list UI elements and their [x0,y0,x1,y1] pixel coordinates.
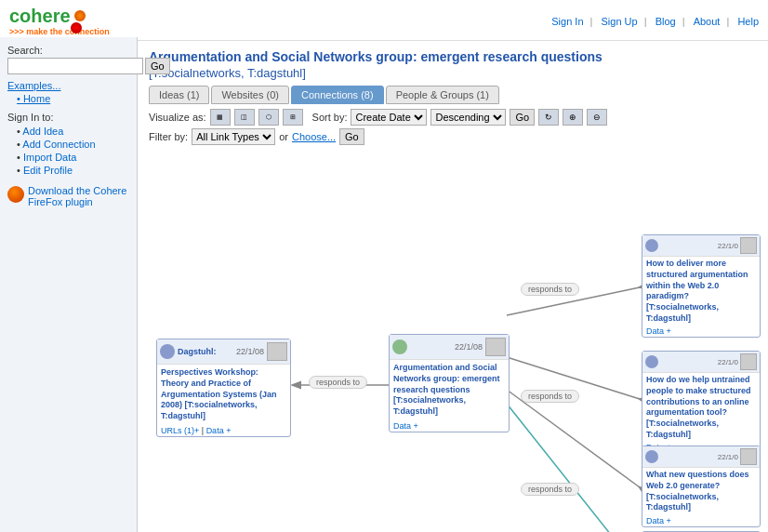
vis-btn-3[interactable]: ⬡ [258,109,279,126]
sort-go-button[interactable]: Go [510,109,535,126]
svg-line-4 [507,404,640,532]
card-right1-data[interactable]: Data + [646,326,671,336]
conn-label-responds-left: responds to [309,376,367,389]
or-label: or [279,131,288,142]
visualize-label: Visualize as: [149,112,206,123]
card-right2-avatar [645,355,658,368]
card-left-thumb [267,342,287,361]
nav-blog[interactable]: Blog [655,16,676,27]
card-right2-title: How do we help untrained people to make … [646,375,756,440]
add-idea-link[interactable]: Add Idea [17,126,129,137]
filter-label: Filter by: [149,131,188,142]
card-center-date: 22/1/08 [455,342,483,352]
page-subtitle: [T:socialnetworks, T:dagstuhl] [149,66,759,80]
vis-btn-1[interactable]: ▦ [210,109,231,126]
filter-select[interactable]: All Link Types [192,128,275,145]
tab-connections[interactable]: Connections (8) [291,86,384,104]
card-left-avatar [160,344,175,359]
tab-websites[interactable]: Websites (0) [211,86,289,104]
card-right2: 22/1/0 How do we help untrained people t… [642,351,761,454]
tab-people[interactable]: People & Groups (1) [386,86,499,104]
card-right3-date: 22/1/0 [718,453,738,461]
import-data-link[interactable]: Import Data [17,152,129,163]
card-center-data[interactable]: Data + [393,421,418,431]
logo-area: cohere >>> make the connection [9,6,110,36]
card-left-urls[interactable]: URLs (1)+ [161,426,199,435]
nav-help[interactable]: Help [737,16,759,27]
card-right1: 22/1/0 How to deliver more structured ar… [642,234,761,338]
tagline: >>> make the connection [9,27,110,36]
card-left-date: 22/1/08 [236,347,264,356]
filter-row: Filter by: All Link Types or Choose... G… [149,128,759,145]
page-title: Argumentation and Social Networks group:… [149,48,759,65]
logo-text: cohere [9,6,71,27]
conn-label-responds-right2: responds to [521,390,579,403]
sort-select[interactable]: Create Date [351,109,427,126]
card-left-data[interactable]: Data + [206,426,232,435]
card-center-thumb [485,338,506,356]
card-right1-title: How to deliver more structured argumenta… [646,259,756,324]
card-left-author: Dagstuhl: [178,347,233,356]
tab-ideas[interactable]: Ideas (1) [149,86,209,104]
nav-links: Sign In | Sign Up | Blog | About | Help [546,16,759,27]
vis-btn-2[interactable]: ◫ [234,109,255,126]
filter-go-button[interactable]: Go [339,128,364,145]
header: cohere >>> make the connection Sign In |… [0,0,768,41]
home-link[interactable]: • Home [17,93,129,104]
conn-label-responds-right3: responds to [521,483,579,496]
card-right3-thumb [740,448,757,465]
card-right1-avatar [645,239,658,252]
card-right3-data[interactable]: Data + [646,516,671,525]
collapse-button[interactable]: ⊖ [587,109,607,126]
search-input[interactable] [7,58,143,74]
vis-btn-4[interactable]: ⊞ [283,109,303,126]
card-right3-title: What new questions does Web 2.0 generate… [646,470,756,513]
card-right3: 22/1/0 What new questions does Web 2.0 g… [642,446,761,527]
card-right3-avatar [645,450,658,463]
nav-signup[interactable]: Sign Up [602,16,638,27]
search-go-button[interactable]: Go [145,58,170,74]
search-label: Search: [7,45,129,56]
card-right1-date: 22/1/0 [718,242,738,250]
choose-link[interactable]: Choose... [292,131,336,142]
card-right2-date: 22/1/0 [718,358,738,366]
card-left-title: Perspectives Workshop: Theory and Practi… [161,367,286,421]
card-right1-thumb [740,237,757,254]
edit-profile-link[interactable]: Edit Profile [17,165,129,176]
card-left: Dagstuhl: 22/1/08 Perspectives Workshop:… [156,339,291,436]
examples-link[interactable]: Examples... [7,80,129,91]
nav-signin[interactable]: Sign In [551,16,583,27]
card-right2-thumb [740,353,757,370]
firefox-icon [7,186,24,203]
sort-label: Sort by: [312,112,348,123]
conn-label-responds-right1: responds to [521,283,579,296]
toolbar: Visualize as: ▦ ◫ ⬡ ⊞ Sort by: Create Da… [149,109,759,126]
logo-icon [74,9,95,24]
sign-in-label: Sign In to: [7,112,129,123]
card-center: 22/1/08 Argumentation and Social Network… [389,334,510,432]
card-left-footer: URLs (1)+ | Data + [157,425,290,436]
firefox-plugin-link[interactable]: Download the Cohere FireFox plugin [28,185,129,207]
card-center-avatar [392,339,407,354]
nav-about[interactable]: About [694,16,721,27]
card-center-title: Argumentation and Social Networks group:… [393,363,505,417]
graph-area: Dagstuhl: 22/1/08 Perspectives Workshop:… [149,153,768,532]
expand-button[interactable]: ⊕ [563,109,583,126]
sidebar: Search: Go Examples... • Home Sign In to… [0,37,138,532]
svg-line-3 [507,390,640,487]
tabs: Ideas (1) Websites (0) Connections (8) P… [149,86,759,104]
add-connection-link[interactable]: Add Connection [17,139,129,150]
refresh-button[interactable]: ↻ [538,109,559,126]
order-select[interactable]: Descending [430,109,506,126]
